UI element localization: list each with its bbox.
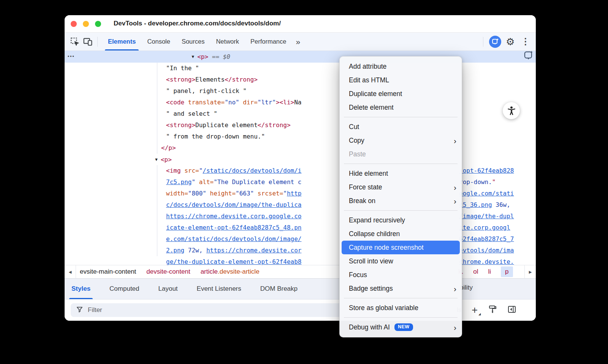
dom-line[interactable]: " from the drop-down menu." — [65, 131, 536, 142]
dom-line[interactable]: " panel, right-click " — [65, 85, 536, 97]
selected-dom-node-row[interactable]: ••• ▼<p> == $0 — [65, 51, 536, 63]
dom-line[interactable]: " and select " — [65, 108, 536, 120]
menu-item-copy[interactable]: Copy› — [340, 134, 462, 147]
tab-performance[interactable]: Performance — [245, 33, 292, 50]
panel-tab-styles[interactable]: Styles — [71, 279, 90, 299]
menu-item-edit-as-html[interactable]: Edit as HTML — [340, 73, 462, 87]
menu-item-collapse-children[interactable]: Collapse children — [340, 227, 462, 241]
context-menu: Add attributeEdit as HTMLDuplicate eleme… — [339, 56, 462, 337]
menu-item-add-attribute[interactable]: Add attribute — [340, 60, 462, 73]
menu-item-delete-element[interactable]: Delete element — [340, 101, 462, 114]
dom-line[interactable]: <strong>Elements</strong> — [65, 74, 536, 85]
filter-funnel-icon — [76, 306, 83, 315]
dom-line-right-fragment: ite.corp.googl — [459, 222, 510, 233]
dom-line-right-fragment: evtools/dom/ima — [459, 245, 514, 256]
expand-arrow-icon[interactable]: ▼ — [154, 157, 158, 162]
dom-line[interactable]: </p> — [65, 142, 536, 154]
screenshot-stage: DevTools - developer.chrome.com/docs/dev… — [0, 0, 608, 364]
menu-separator — [344, 164, 458, 164]
panel-tab-event-listeners[interactable]: Event Listeners — [197, 279, 241, 299]
window-controls — [71, 21, 101, 27]
dom-line[interactable]: <code translate="no" dir="ltr"><li>Na — [65, 97, 536, 108]
menu-item-duplicate-element[interactable]: Duplicate element — [340, 87, 462, 101]
menu-item-cut[interactable]: Cut — [340, 120, 462, 134]
breadcrumb-items: evsite-main-contentdevsite-contentarticl… — [80, 268, 260, 276]
breadcrumb-item-p[interactable]: p — [501, 266, 513, 277]
dom-line[interactable]: icate-element-opt-62f4eab8287c5_48.pnite… — [65, 222, 536, 233]
dom-line[interactable]: <img src="/static/docs/devtools/dom/i-op… — [65, 165, 536, 176]
filter-placeholder: Filter — [88, 306, 102, 314]
caret-icon: ◢ — [478, 313, 481, 316]
breadcrumb-item-li[interactable]: li — [488, 268, 491, 276]
submenu-chevron-icon: › — [454, 183, 456, 191]
toolbar-right-icons: ⚙ ⋮ — [480, 35, 536, 48]
more-tabs-chevron[interactable]: » — [292, 37, 304, 46]
breadcrumb-item-ol[interactable]: ol — [473, 268, 478, 276]
dom-line[interactable]: https://chrome.devsite.corp.google.co/im… — [65, 211, 536, 222]
submenu-chevron-icon: › — [454, 323, 456, 331]
breadcrumb-forward-icon[interactable]: ▶ — [524, 265, 536, 278]
dom-line[interactable]: e.com/static/docs/devtools/dom/image/62f… — [65, 233, 536, 245]
menu-separator — [344, 210, 458, 211]
menu-item-focus[interactable]: Focus — [340, 268, 462, 282]
new-badge: NEW — [394, 323, 413, 331]
dom-line[interactable]: c/docs/devtools/dom/image/the-duplicac5_… — [65, 199, 536, 211]
zoom-button[interactable] — [95, 21, 101, 27]
styles-pane-buttons: ls +◢ — [457, 303, 516, 317]
dom-line[interactable]: 7c5.png" alt="The Duplicate element crop… — [65, 176, 536, 188]
dom-tree: ••• ▼<p> == $0 "In the "<strong>Elements… — [65, 51, 536, 265]
breadcrumb: ◀ evsite-main-contentdevsite-contentarti… — [65, 265, 536, 278]
toolbar-divider — [97, 37, 98, 47]
close-button[interactable] — [71, 21, 77, 27]
dom-line[interactable]: "In the " — [65, 63, 536, 74]
rendering-brush-icon[interactable] — [488, 305, 497, 315]
submenu-chevron-icon: › — [454, 197, 456, 205]
menu-item-badge-settings[interactable]: Badge settings› — [340, 282, 462, 295]
panel-tab-layout[interactable]: Layout — [158, 279, 178, 299]
panel-tab-computed[interactable]: Computed — [109, 279, 139, 299]
dom-line[interactable]: <strong>Duplicate element</strong> — [65, 120, 536, 131]
accessibility-overlay-button[interactable] — [503, 102, 520, 119]
capture-feedback-icon[interactable] — [489, 35, 502, 48]
dom-line-right-fragment: -opt-62f4eab828 — [459, 165, 514, 176]
menu-item-debug-with-ai[interactable]: Debug with AINEW› — [340, 320, 462, 334]
submenu-chevron-icon: › — [454, 137, 456, 145]
minimize-button[interactable] — [83, 21, 89, 27]
title-bar: DevTools - developer.chrome.com/docs/dev… — [65, 15, 536, 33]
breadcrumb-item-article-devsite-article[interactable]: article.devsite-article — [201, 268, 260, 276]
settings-gear-icon[interactable]: ⚙ — [504, 35, 517, 48]
dom-line-right-fragment: oogle.com/stati — [459, 188, 514, 199]
collapse-panel-icon[interactable] — [507, 305, 516, 315]
breadcrumb-item-devsite-content[interactable]: devsite-content — [146, 268, 190, 276]
dom-line-right-fragment: 62f4eab8287c5_7 — [459, 233, 514, 245]
menu-item-hide-element[interactable]: Hide element — [340, 167, 462, 180]
menu-separator — [344, 298, 458, 298]
menu-separator — [344, 317, 458, 318]
breadcrumb-back-icon[interactable]: ◀ — [65, 265, 76, 278]
menu-item-scroll-into-view[interactable]: Scroll into view — [340, 254, 462, 268]
node-options-dots[interactable]: ••• — [68, 54, 75, 59]
devtools-window: DevTools - developer.chrome.com/docs/dev… — [65, 15, 536, 321]
menu-item-break-on[interactable]: Break on› — [340, 194, 462, 208]
dom-line[interactable]: 2.png 72w, https://chrome.devsite.corevt… — [65, 245, 536, 256]
breadcrumb-item-evsite-main-content[interactable]: evsite-main-content — [80, 268, 136, 276]
new-style-rule-button[interactable]: +◢ — [472, 305, 478, 315]
expand-arrow-icon[interactable]: ▼ — [191, 54, 195, 59]
ai-assistant-node-icon[interactable] — [522, 49, 534, 61]
window-title: DevTools - developer.chrome.com/docs/dev… — [114, 20, 281, 27]
menu-item-capture-node-screenshot[interactable]: Capture node screenshot — [342, 241, 460, 254]
panel-tab-dom-breakp[interactable]: DOM Breakp — [260, 279, 298, 299]
more-options-icon[interactable]: ⋮ — [519, 35, 532, 48]
breadcrumb-items-right: k.ollip — [458, 266, 513, 277]
menu-item-expand-recursively[interactable]: Expand recursively — [340, 213, 462, 227]
menu-item-paste[interactable]: Paste — [340, 147, 462, 161]
dom-line-right-fragment: c5_36.png 36w, — [459, 199, 510, 211]
menu-separator — [344, 117, 458, 117]
dom-children: "In the "<strong>Elements</strong>" pane… — [65, 63, 536, 268]
submenu-chevron-icon: › — [454, 285, 456, 293]
styles-toolbar: Filter ls +◢ — [65, 299, 536, 321]
menu-item-force-state[interactable]: Force state› — [340, 180, 462, 194]
menu-item-store-as-global-variable[interactable]: Store as global variable — [340, 301, 462, 315]
dom-line[interactable]: ▼<p> — [65, 154, 536, 165]
dom-line[interactable]: width="800" height="663" srcset="httpoog… — [65, 188, 536, 199]
